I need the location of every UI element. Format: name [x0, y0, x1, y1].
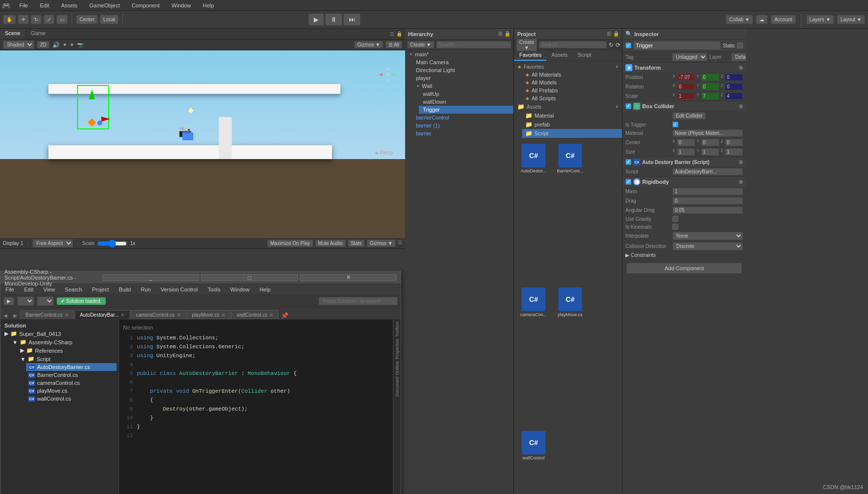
tab-close-3[interactable]: ✕	[221, 312, 225, 318]
h-barrier1[interactable]: barrier (1)	[412, 122, 513, 129]
tab-close-0[interactable]: ✕	[65, 312, 69, 318]
object-enabled-checkbox[interactable]: ✓	[625, 42, 631, 48]
asset-wallcontrol[interactable]: C# wallControl	[516, 429, 551, 494]
fav-prefabs[interactable]: ★ All Prefabs	[522, 86, 622, 94]
collab-btn[interactable]: Collab ▼	[726, 15, 753, 24]
mute-btn[interactable]: Mute Audio	[315, 240, 346, 247]
add-component-btn[interactable]: Add Component	[626, 263, 742, 274]
transform-gear[interactable]: ⚙	[739, 65, 743, 71]
scene-panel-menu[interactable]: ☰	[390, 31, 394, 37]
stats-btn[interactable]: Stats	[348, 240, 365, 247]
box-collider-section[interactable]: ✓ □ Box Collider ⚙	[622, 101, 746, 111]
close-btn[interactable]: ✕	[300, 274, 397, 281]
menu-assets[interactable]: Assets	[58, 1, 81, 9]
scale-slider[interactable]	[97, 241, 127, 247]
asset-autodestr[interactable]: C# AutoDestor...	[516, 142, 551, 284]
drag-val[interactable]: 0	[672, 197, 743, 205]
menu-edit[interactable]: Edit	[37, 1, 52, 9]
h-trigger[interactable]: Trigger	[419, 106, 513, 114]
folder-script[interactable]: 📁 Script	[522, 129, 622, 138]
fx-btn[interactable]: ✴	[63, 42, 67, 47]
tab-autodestory[interactable]: AutoDestoryBar... ✕	[75, 310, 130, 319]
code-menu-project[interactable]: Project	[89, 286, 112, 293]
hierarchy-lock-btn[interactable]: 🔒	[504, 31, 510, 37]
h-walldown[interactable]: wallDown	[419, 98, 513, 106]
asset-playmove[interactable]: C# playMove.cs	[553, 286, 587, 427]
scene-panel-lock[interactable]: 🔒	[396, 31, 402, 37]
debug-select[interactable]: Debug	[17, 296, 34, 306]
tab-close-2[interactable]: ✕	[177, 312, 181, 318]
tab-scene[interactable]: Scene	[0, 29, 26, 39]
is-kinematic-checkbox[interactable]	[672, 224, 678, 230]
interpolate-select[interactable]: None	[672, 232, 743, 240]
edit-collider-btn[interactable]: Edit Collider	[672, 112, 706, 120]
auto-destroy-section[interactable]: ✓ C# Auto Destory Barrier (Script) ⚙	[622, 157, 746, 167]
center-z[interactable]: 0	[725, 139, 743, 146]
maximize-btn[interactable]: □	[201, 274, 298, 281]
tree-assembly[interactable]: ▼📁 Assembly-CSharp	[10, 338, 117, 346]
pause-btn[interactable]: ⏸	[325, 13, 342, 26]
angular-drag-val[interactable]: 0.05	[672, 206, 743, 214]
gizmos-btn[interactable]: Gizmos ▼	[354, 41, 383, 48]
tree-barriercontrol[interactable]: C# BarrierControl.cs	[26, 371, 117, 379]
static-checkbox[interactable]	[737, 42, 743, 48]
pivot-local-btn[interactable]: Local	[100, 15, 119, 24]
layer-select[interactable]: Default	[731, 53, 746, 61]
collider-gear[interactable]: ⚙	[739, 104, 743, 109]
code-menu-help[interactable]: Help	[256, 286, 274, 293]
rot-y[interactable]: 0	[701, 83, 719, 90]
hierarchy-menu-btn[interactable]: ☰	[498, 31, 502, 37]
all-label-btn[interactable]: ☰ All	[385, 41, 402, 48]
h-barrier[interactable]: barrier	[412, 129, 513, 137]
project-refresh-btn[interactable]: ↻	[609, 41, 614, 48]
scale-x[interactable]: 1	[677, 92, 695, 100]
tab-cameracontrol[interactable]: cameraControl.cs ✕	[130, 310, 186, 319]
rot-z[interactable]: 0	[725, 83, 743, 90]
tree-autodestory[interactable]: C# AutoDestoryBarrier.cs	[26, 363, 117, 371]
rotate-tool[interactable]: ↻	[31, 15, 41, 24]
maximize-play-btn[interactable]: Maximize On Play	[267, 240, 313, 247]
code-menu-search[interactable]: Search	[62, 286, 85, 293]
transform-section[interactable]: ⊞ Transform ⚙	[622, 62, 746, 73]
autodestroy-gear[interactable]: ⚙	[739, 160, 743, 165]
code-menu-build[interactable]: Build	[116, 286, 133, 293]
code-menu-tools[interactable]: Tools	[205, 286, 223, 293]
pos-x[interactable]: -7.07	[677, 74, 695, 81]
game-panel-menu[interactable]: ☰	[398, 240, 402, 247]
menu-component[interactable]: Component	[128, 1, 163, 9]
tab-barriercontrol[interactable]: BarrierControl.cs ✕	[20, 310, 74, 319]
use-gravity-checkbox[interactable]	[672, 216, 678, 222]
tab-playmove[interactable]: playMove.cs ✕	[187, 310, 231, 319]
pivot-center-btn[interactable]: Center	[76, 15, 98, 24]
size-x[interactable]: 1	[677, 148, 695, 156]
code-menu-view[interactable]: View	[41, 286, 58, 293]
folder-material[interactable]: 📁 Material	[522, 111, 622, 120]
h-maincamera[interactable]: Main Camera	[412, 58, 513, 66]
tab-close-4[interactable]: ✕	[269, 312, 273, 318]
tab-nav-fwd[interactable]: ►	[10, 312, 20, 319]
menu-file[interactable]: File	[16, 1, 31, 9]
object-name-field[interactable]	[633, 41, 721, 50]
tab-favorites[interactable]: Favorites	[514, 50, 546, 61]
rigidbody-section[interactable]: ✓ ⬤ Rigidbody ⚙	[622, 176, 746, 187]
tree-wallcontrol[interactable]: C# wallControl.cs	[26, 395, 117, 403]
project-lock-btn[interactable]: 🔒	[613, 31, 619, 37]
tree-cameracontrol[interactable]: C# cameraControl.cs	[26, 379, 117, 387]
menu-window[interactable]: Window	[168, 1, 194, 9]
run-play-btn[interactable]: ▶	[3, 297, 14, 305]
pos-y[interactable]: 0	[701, 74, 719, 81]
minimize-btn[interactable]: _	[102, 274, 199, 281]
code-menu-window[interactable]: Window	[227, 286, 252, 293]
rect-tool[interactable]: ▭	[56, 15, 68, 24]
hand-tool[interactable]: ✋	[3, 15, 16, 24]
code-menu-edit[interactable]: Edit	[21, 286, 37, 293]
shaded-select[interactable]: Shaded	[3, 41, 34, 49]
h-dirlight[interactable]: Directional Light	[412, 66, 513, 74]
hierarchy-search[interactable]	[436, 41, 511, 48]
pos-z[interactable]: 0	[725, 74, 743, 81]
h-wallup[interactable]: wallUp	[419, 90, 513, 98]
autodestroy-enabled[interactable]: ✓	[625, 159, 631, 165]
rigidbody-gear[interactable]: ⚙	[739, 179, 743, 185]
tree-playmove[interactable]: C# playMove.cs	[26, 387, 117, 395]
h-wall[interactable]: ▼ Wall	[412, 82, 513, 90]
